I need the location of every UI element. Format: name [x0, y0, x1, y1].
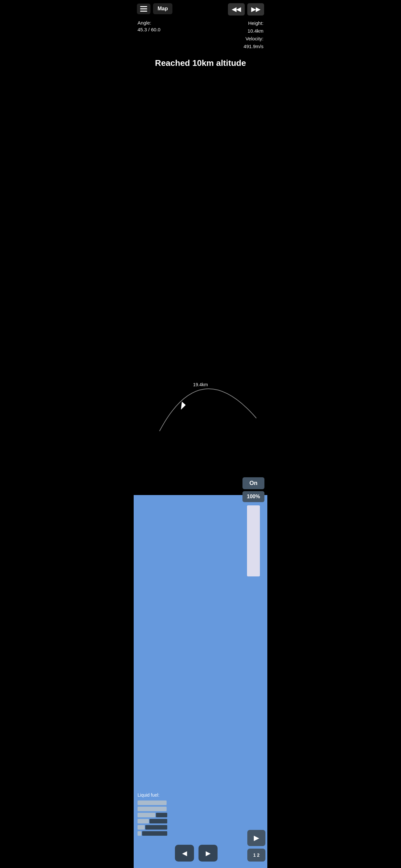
distance-label: 19.4km: [193, 382, 208, 387]
fuel-bar-3: [137, 813, 167, 817]
time-controls: ◀ ▶: [175, 845, 218, 862]
play-button[interactable]: ▶: [247, 830, 266, 846]
stats-left: Angle: 45.3 / 60.0: [137, 20, 160, 33]
stats-right: Height: 10.4km Velocity: 491.9m/s: [243, 20, 264, 51]
right-bottom-panel: ▶ 1 2: [247, 830, 266, 862]
fuel-bar-5: [137, 825, 167, 830]
height-value: 10.4km: [243, 27, 264, 35]
fuel-bar-2: [137, 807, 167, 811]
playback-controls: ◀◀ ▶▶: [228, 3, 264, 16]
svg-marker-0: [178, 401, 186, 410]
time-warp-1: 1: [253, 852, 256, 858]
altitude-message: Reached 10km altitude: [134, 58, 267, 68]
engine-on-button[interactable]: On: [243, 477, 265, 489]
rewind-button[interactable]: ◀◀: [228, 3, 245, 16]
sky-background: [134, 0, 267, 538]
fuel-label: Liquid fuel:: [137, 793, 167, 798]
trajectory-arc: [134, 347, 267, 444]
fuel-bar-1: [137, 801, 167, 805]
right-panel: On 100%: [242, 477, 267, 577]
fuel-bar-6: [137, 831, 167, 836]
fuel-bar-4: [137, 819, 167, 824]
top-bar: Map ◀◀ ▶▶: [134, 0, 267, 16]
throttle-fill: [247, 505, 260, 577]
time-warp-button[interactable]: 1 2: [247, 848, 266, 862]
velocity-label: Velocity:: [243, 35, 264, 42]
time-warp-2: 2: [257, 852, 259, 858]
velocity-value: 491.9m/s: [243, 42, 264, 51]
scene: [134, 0, 267, 868]
height-label: Height:: [243, 20, 264, 27]
throttle-slider[interactable]: [247, 505, 260, 577]
main-screen: Map ◀◀ ▶▶ Angle: 45.3 / 60.0 Height: 10.…: [134, 0, 267, 868]
fuel-bars: Liquid fuel:: [137, 793, 167, 836]
top-left-controls: Map: [137, 3, 173, 14]
menu-button[interactable]: [137, 4, 150, 14]
time-back-button[interactable]: ◀: [175, 845, 194, 862]
angle-label: Angle:: [137, 20, 160, 26]
time-forward-button[interactable]: ▶: [198, 845, 218, 862]
map-button[interactable]: Map: [153, 3, 173, 14]
angle-value: 45.3 / 60.0: [137, 26, 160, 33]
throttle-percent-button[interactable]: 100%: [243, 491, 265, 502]
forward-button[interactable]: ▶▶: [247, 3, 264, 16]
